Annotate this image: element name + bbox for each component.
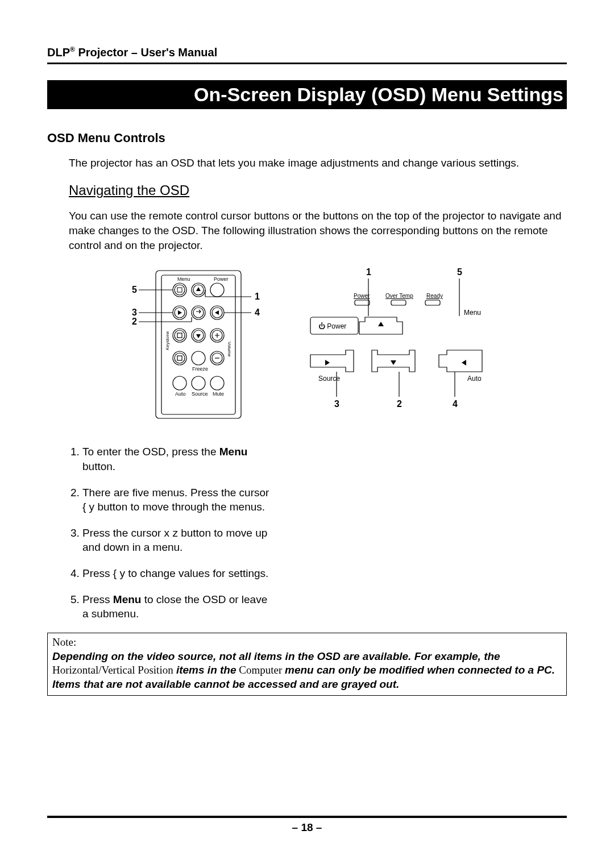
svg-text:Power: Power [354,293,370,299]
illustration: Menu Power [47,265,567,424]
step-3: Press the cursor x z button to move up a… [82,526,270,555]
svg-point-34 [210,376,224,390]
svg-point-33 [192,376,205,390]
svg-point-32 [173,376,186,390]
product: Projector – User's Manual [78,46,217,59]
brand: DLP [47,46,70,59]
svg-rect-58 [391,300,406,305]
running-header: DLP® Projector – User's Manual [47,45,567,59]
section-heading: OSD Menu Controls [47,131,567,146]
svg-text:3: 3 [334,399,339,409]
remote-illustration: Menu Power [116,265,269,424]
page-number: – 18 – [47,821,567,834]
svg-point-9 [210,283,224,297]
registered-mark: ® [70,45,75,53]
svg-text:5: 5 [132,285,137,294]
step-5: Press Menu to close the OSD or leave a s… [82,592,270,621]
svg-text:Keystone: Keystone [165,331,170,350]
page-footer: – 18 – [47,816,567,834]
svg-rect-57 [355,300,370,305]
svg-text:Volume: Volume [227,342,232,357]
svg-point-13 [193,308,204,318]
step-2: There are five menus. Press the cursor {… [82,485,270,514]
svg-text:4: 4 [255,308,260,317]
svg-text:1: 1 [255,292,260,301]
svg-rect-27 [177,356,182,360]
header-rule [47,63,567,64]
svg-text:Menu: Menu [177,276,190,282]
chapter-title: On-Screen Display (OSD) Menu Settings [47,80,567,109]
svg-text:Mute: Mute [213,391,224,397]
step-4: Press { y to change values for settings. [82,566,270,581]
subsection-heading: Navigating the OSD [69,182,567,198]
svg-text:Menu: Menu [464,309,481,317]
svg-text:Source: Source [192,391,208,397]
svg-rect-59 [425,300,440,305]
svg-text:Auto: Auto [175,391,186,397]
navigation-paragraph: You can use the remote control cursor bu… [69,209,567,252]
svg-text:1: 1 [366,267,371,277]
svg-text:Freeze: Freeze [192,366,208,372]
svg-text:Power: Power [214,276,229,282]
step-1: To enter the OSD, press the Menu button. [82,445,270,474]
svg-text:Ready: Ready [426,293,443,299]
svg-text:2: 2 [397,399,402,409]
svg-rect-6 [177,288,182,292]
svg-point-28 [192,351,205,365]
steps-list: To enter the OSD, press the Menu button.… [47,445,270,621]
svg-rect-18 [177,333,182,338]
svg-point-5 [175,285,185,295]
svg-text:5: 5 [457,267,462,277]
svg-text:Auto: Auto [467,375,482,383]
svg-text:2: 2 [132,317,137,326]
svg-text:3: 3 [132,308,137,317]
svg-text:Over Temp: Over Temp [385,293,413,299]
footer-rule [47,816,567,818]
svg-point-17 [175,330,185,340]
note-label: Note: [52,636,76,648]
note-box: Note: Depending on the video source, not… [47,633,567,696]
svg-text:⏻ Power: ⏻ Power [318,322,346,330]
svg-point-26 [175,353,185,363]
intro-paragraph: The projector has an OSD that lets you m… [69,156,567,171]
svg-text:4: 4 [453,399,458,409]
panel-illustration: 1 5 Power Over Temp Ready Menu ⏻ Power [293,265,498,424]
